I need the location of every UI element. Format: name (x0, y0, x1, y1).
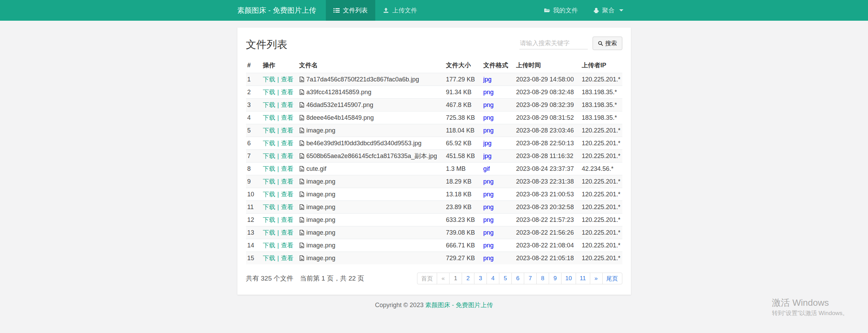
footer-site-link[interactable]: 素颜图床 - 免费图片上传 (425, 302, 493, 308)
row-actions: 下载|查看 (262, 252, 298, 265)
uploader-ip: 183.198.35.* (581, 99, 622, 111)
file-format-link[interactable]: png (483, 204, 494, 210)
upload-time: 2023-08-29 08:31:52 (515, 111, 581, 124)
file-format-link[interactable]: png (483, 178, 494, 185)
table-row: 10 下载|查看 image.png 13.18 KB png 2023-08-… (246, 188, 622, 201)
search-box: 搜索 (519, 37, 622, 50)
file-size: 633.23 KB (445, 214, 482, 226)
page-7[interactable]: 7 (524, 273, 537, 284)
page-8[interactable]: 8 (536, 273, 549, 284)
row-index: 5 (246, 124, 262, 137)
page-4[interactable]: 4 (487, 273, 499, 284)
action-separator: | (277, 178, 279, 185)
brand[interactable]: 素颜图床 - 免费图片上传 (237, 0, 317, 21)
file-format-link[interactable]: png (483, 114, 494, 121)
view-link[interactable]: 查看 (281, 229, 293, 236)
file-format-link[interactable]: jpg (483, 140, 492, 147)
file-image-icon (299, 140, 304, 146)
nav-item-my-files[interactable]: 我的文件 (536, 0, 586, 21)
chevron-down-icon (619, 9, 623, 11)
search-icon (598, 41, 603, 46)
download-link[interactable]: 下载 (263, 242, 275, 249)
action-separator: | (277, 140, 279, 147)
table-row: 4 下载|查看 8deee46e4b145849.png 725.38 KB p… (246, 111, 622, 124)
pagination-summary: 共有 325 个文件 当前第 1 页，共 22 页 (246, 274, 364, 283)
view-link[interactable]: 查看 (281, 255, 293, 262)
page-last[interactable]: 尾页 (602, 273, 622, 284)
action-separator: | (277, 153, 279, 159)
file-size: 118.04 KB (445, 124, 482, 137)
view-link[interactable]: 查看 (281, 191, 293, 198)
view-link[interactable]: 查看 (281, 242, 293, 249)
download-link[interactable]: 下载 (263, 140, 275, 147)
file-format-link[interactable]: png (483, 127, 494, 134)
view-link[interactable]: 查看 (281, 204, 293, 210)
page-next[interactable]: » (590, 273, 603, 284)
file-format-link[interactable]: jpg (483, 76, 492, 83)
download-link[interactable]: 下载 (263, 204, 275, 210)
download-link[interactable]: 下载 (263, 178, 275, 185)
page-2[interactable]: 2 (462, 273, 474, 284)
download-link[interactable]: 下载 (263, 76, 275, 83)
file-name: a39fcc4128145859.png (306, 89, 371, 96)
file-count-text: 共有 325 个文件 (246, 275, 293, 282)
page-9[interactable]: 9 (549, 273, 562, 284)
file-format-link[interactable]: png (483, 242, 494, 249)
view-link[interactable]: 查看 (281, 165, 293, 172)
view-link[interactable]: 查看 (281, 89, 293, 96)
upload-time: 2023-08-22 21:08:04 (515, 239, 581, 252)
file-format-link[interactable]: png (483, 229, 494, 236)
download-link[interactable]: 下载 (263, 89, 275, 96)
list-icon (333, 7, 340, 13)
view-link[interactable]: 查看 (281, 127, 293, 134)
search-input[interactable] (519, 38, 588, 49)
nav-item-file-list[interactable]: 文件列表 (326, 0, 375, 21)
upload-time: 2023-08-29 14:58:00 (515, 73, 581, 86)
row-index: 10 (246, 188, 262, 201)
file-name: image.png (306, 204, 336, 210)
view-link[interactable]: 查看 (281, 76, 293, 83)
table-header-row: # 操作 文件名 文件大小 文件格式 上传时间 上传者IP (246, 59, 622, 73)
file-image-icon (299, 153, 304, 159)
file-format-link[interactable]: jpg (483, 153, 492, 159)
file-format-link[interactable]: png (483, 101, 494, 108)
page-11[interactable]: 11 (576, 273, 590, 284)
search-button[interactable]: 搜索 (593, 37, 622, 50)
file-format-link[interactable]: png (483, 89, 494, 96)
file-format-cell: png (482, 226, 515, 239)
download-link[interactable]: 下载 (263, 127, 275, 134)
file-format-link[interactable]: gif (483, 165, 490, 172)
view-link[interactable]: 查看 (281, 114, 293, 121)
download-link[interactable]: 下载 (263, 255, 275, 262)
file-format-link[interactable]: png (483, 255, 494, 262)
download-link[interactable]: 下载 (263, 191, 275, 198)
download-link[interactable]: 下载 (263, 216, 275, 223)
page-3[interactable]: 3 (474, 273, 487, 284)
file-format-cell: png (482, 86, 515, 99)
column-header-time: 上传时间 (515, 59, 581, 73)
nav-item-aggregate[interactable]: 聚合 (586, 0, 631, 21)
file-format-cell: jpg (482, 73, 515, 86)
view-link[interactable]: 查看 (281, 153, 293, 159)
column-header-index: # (246, 59, 262, 73)
view-link[interactable]: 查看 (281, 216, 293, 223)
page-5[interactable]: 5 (499, 273, 512, 284)
download-link[interactable]: 下载 (263, 153, 275, 159)
download-link[interactable]: 下载 (263, 165, 275, 172)
page-1[interactable]: 1 (449, 273, 462, 284)
row-index: 13 (246, 226, 262, 239)
file-format-link[interactable]: png (483, 216, 494, 223)
file-size: 729.27 KB (445, 252, 482, 265)
page-6[interactable]: 6 (511, 273, 524, 284)
file-format-link[interactable]: png (483, 191, 494, 198)
download-link[interactable]: 下载 (263, 229, 275, 236)
view-link[interactable]: 查看 (281, 140, 293, 147)
view-link[interactable]: 查看 (281, 101, 293, 108)
nav-item-upload[interactable]: 上传文件 (375, 0, 425, 21)
page-10[interactable]: 10 (561, 273, 576, 284)
file-name-cell: image.png (298, 214, 445, 226)
uploader-ip: 120.225.201.* (581, 73, 622, 86)
download-link[interactable]: 下载 (263, 114, 275, 121)
download-link[interactable]: 下载 (263, 101, 275, 108)
view-link[interactable]: 查看 (281, 178, 293, 185)
